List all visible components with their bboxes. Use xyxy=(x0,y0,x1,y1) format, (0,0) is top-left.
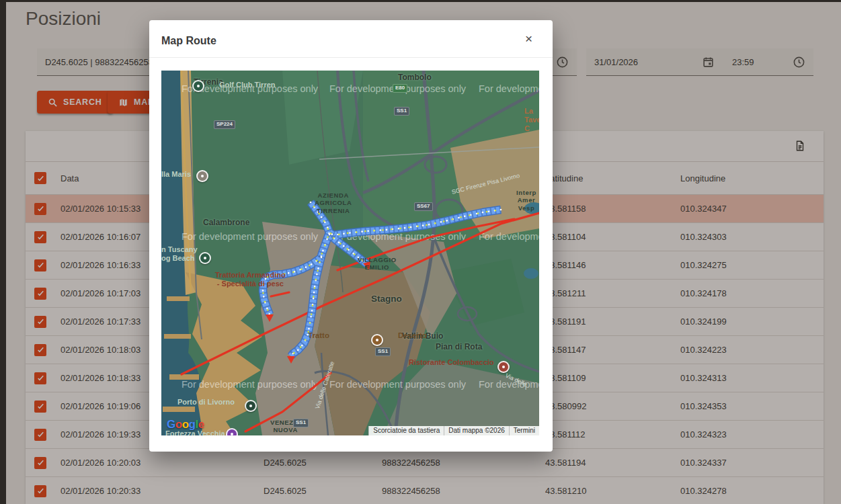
transit-icon[interactable] xyxy=(226,428,238,435)
dev-watermark: For development purposes only xyxy=(479,231,539,242)
porto-di-livorno-icon[interactable] xyxy=(245,400,257,412)
close-icon[interactable]: × xyxy=(522,30,535,48)
map-terrain: For development purposes only For develo… xyxy=(161,71,539,435)
google-logo[interactable]: Google xyxy=(167,418,204,431)
golf-club-icon[interactable] xyxy=(192,80,204,92)
keyboard-shortcuts-link[interactable]: Scorciatoie da tastiera xyxy=(368,426,444,435)
map-data-label: Dati mappa ©2026 xyxy=(444,426,509,435)
dev-watermark: For development purposes only xyxy=(329,83,467,94)
dev-watermark: For development purposes only xyxy=(182,231,319,242)
map-attribution: Scorciatoie da tastiera Dati mappa ©2026… xyxy=(368,426,539,435)
dev-watermark: For development purposes only xyxy=(182,379,319,390)
dog-beach-icon[interactable] xyxy=(199,252,211,264)
terms-link[interactable]: Termini xyxy=(509,426,539,435)
map-route-dialog: Map Route × xyxy=(149,20,553,452)
restaurant-colombaccio-icon[interactable] xyxy=(497,361,510,373)
villa-maris-icon[interactable] xyxy=(196,170,208,182)
dev-watermark: For development purposes only xyxy=(479,83,539,94)
google-map[interactable]: For development purposes only For develo… xyxy=(161,71,539,435)
dialog-title: Map Route xyxy=(161,31,216,47)
dev-watermark: For development purposes only xyxy=(329,379,467,390)
hotel-deserto-icon[interactable] xyxy=(371,334,383,346)
dev-watermark: For development purposes only xyxy=(479,379,539,390)
